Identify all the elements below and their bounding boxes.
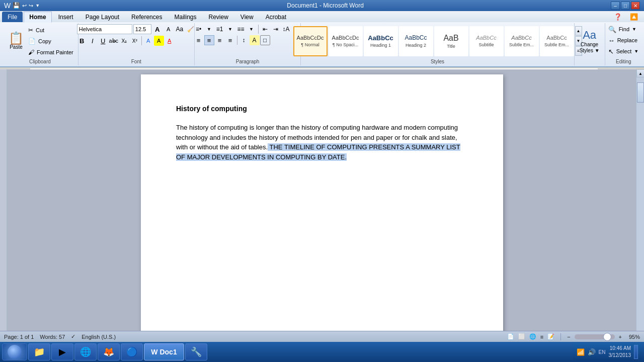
taskbar-item-media[interactable]: ▶: [51, 343, 73, 360]
replace-button[interactable]: Replace: [616, 35, 639, 45]
format-painter-button[interactable]: Format Painter: [35, 47, 75, 57]
paste-button[interactable]: 📋 Paste: [5, 26, 27, 56]
align-left-button[interactable]: ≡: [194, 35, 204, 45]
close-button[interactable]: ✕: [631, 2, 640, 10]
font-color-button[interactable]: A: [165, 36, 175, 46]
bold-button[interactable]: B: [77, 36, 87, 46]
view-print-button[interactable]: 📄: [507, 333, 514, 340]
taskbar-item-explorer[interactable]: 📁: [28, 343, 50, 360]
scroll-thumb[interactable]: [637, 82, 644, 103]
style-subtle-em1[interactable]: AaBbCc Subtle Em...: [505, 26, 539, 56]
style-heading1[interactable]: AaBbCc Heading 1: [364, 26, 398, 56]
language[interactable]: English (U.S.): [82, 334, 116, 340]
justify-button[interactable]: ≡: [225, 35, 235, 45]
change-styles-group: Aa ChangeStyles ▼ .: [575, 23, 605, 65]
start-button[interactable]: [2, 343, 27, 360]
tab-acrobat[interactable]: Acrobat: [260, 12, 292, 22]
style-subtle-em2[interactable]: AaBbCc Subtle Em...: [540, 26, 574, 56]
select-dropdown[interactable]: ▼: [634, 49, 638, 54]
find-dropdown[interactable]: ▼: [632, 27, 636, 32]
subscript-button[interactable]: X₂: [119, 36, 129, 46]
find-button[interactable]: Find: [617, 24, 631, 34]
network-icon[interactable]: 📶: [577, 348, 585, 356]
tab-home[interactable]: Home: [24, 12, 51, 23]
line-spacing-button[interactable]: ↕: [239, 35, 249, 45]
align-right-button[interactable]: ≡: [215, 35, 225, 45]
text-effects-button[interactable]: A: [143, 36, 153, 46]
taskbar-item-tool[interactable]: 🔧: [185, 343, 207, 360]
copy-icon: 📄: [28, 38, 36, 45]
zoom-out-button[interactable]: −: [567, 334, 570, 340]
scroll-up-button[interactable]: ▲: [636, 69, 644, 77]
cut-button[interactable]: Cut: [34, 25, 46, 35]
qa-undo[interactable]: ↩: [22, 3, 27, 9]
tab-references[interactable]: References: [126, 12, 168, 22]
tab-page-layout[interactable]: Page Layout: [80, 12, 125, 22]
change-case-button[interactable]: Aa: [175, 24, 185, 34]
ime-icon[interactable]: EN: [599, 349, 606, 355]
underline-button[interactable]: U: [98, 36, 108, 46]
italic-button[interactable]: I: [88, 36, 98, 46]
qa-dropdown[interactable]: ▼: [35, 3, 40, 8]
zoom-slider[interactable]: [575, 334, 615, 339]
shading-button[interactable]: A: [250, 35, 260, 45]
grow-font-button[interactable]: A: [152, 24, 163, 34]
text-highlight-button[interactable]: A: [154, 36, 164, 46]
volume-icon[interactable]: 🔊: [588, 348, 596, 356]
decrease-indent-button[interactable]: ⇤: [260, 24, 270, 34]
multilevel-dropdown[interactable]: ▼: [247, 24, 257, 34]
style-heading2[interactable]: AaBbCc Heading 2: [399, 26, 433, 56]
borders-button[interactable]: □: [260, 35, 270, 45]
spell-check-icon[interactable]: ✓: [71, 333, 75, 340]
tab-file[interactable]: File: [2, 12, 23, 22]
taskbar-item-firefox[interactable]: 🦊: [98, 343, 120, 360]
align-center-button[interactable]: ≡: [204, 35, 214, 45]
superscript-button[interactable]: X²: [130, 36, 140, 46]
shrink-font-button[interactable]: A: [164, 24, 174, 34]
clock[interactable]: 10:46 AM 3/12/2013: [609, 345, 631, 359]
sort-button[interactable]: ↕A: [281, 24, 291, 34]
view-full-screen-button[interactable]: ⬜: [518, 333, 525, 340]
tab-review[interactable]: Review: [203, 12, 233, 22]
ribbon-minimize-icon[interactable]: 🔼: [626, 12, 642, 22]
scroll-track[interactable]: [636, 77, 644, 343]
increase-indent-button[interactable]: ⇥: [271, 24, 281, 34]
taskbar-item-chrome[interactable]: 🔵: [121, 343, 143, 360]
taskbar-item-ie[interactable]: 🌐: [74, 343, 97, 360]
change-styles-button[interactable]: Aa ChangeStyles ▼: [578, 26, 602, 56]
strikethrough-button[interactable]: ab̶c: [109, 36, 119, 46]
view-draft-button[interactable]: 📝: [547, 333, 554, 340]
time-display: 10:46 AM: [609, 345, 631, 352]
help-icon[interactable]: ❓: [610, 12, 626, 22]
tab-insert[interactable]: Insert: [53, 12, 79, 22]
select-button[interactable]: Select: [615, 46, 633, 56]
minimize-button[interactable]: –: [611, 2, 620, 10]
document-page[interactable]: History of computing The history of comp…: [141, 74, 503, 351]
style-title[interactable]: AaB Title: [434, 26, 468, 56]
zoom-level[interactable]: 95%: [626, 334, 640, 340]
scrollbar-vertical[interactable]: ▲ ▼: [636, 69, 644, 351]
numbering-button[interactable]: ≡1: [215, 24, 225, 34]
status-left: Page: 1 of 1 Words: 57 ✓ English (U.S.): [4, 333, 116, 340]
show-desktop-button[interactable]: [634, 345, 638, 359]
taskbar-item-word[interactable]: W Doc1: [144, 343, 184, 360]
zoom-in-button[interactable]: +: [619, 334, 622, 340]
qa-redo[interactable]: ↪: [29, 3, 33, 9]
style-normal[interactable]: AaBbCcDc ¶ Normal: [293, 26, 328, 56]
bullets-button[interactable]: ≡•: [194, 24, 204, 34]
view-web-button[interactable]: 🌐: [529, 333, 536, 340]
style-subtitle[interactable]: AaBbCc Subtitle: [469, 26, 504, 56]
tab-view[interactable]: View: [235, 12, 259, 22]
tab-mailings[interactable]: Mailings: [169, 12, 202, 22]
qa-save[interactable]: 💾: [13, 2, 20, 9]
bullets-dropdown[interactable]: ▼: [204, 24, 214, 34]
numbering-dropdown[interactable]: ▼: [225, 24, 235, 34]
styles-label: Styles: [304, 59, 571, 64]
maximize-button[interactable]: □: [621, 2, 630, 10]
style-no-spacing[interactable]: AaBbCcDc ¶ No Spaci...: [329, 26, 363, 56]
view-outline-button[interactable]: ≡: [540, 334, 543, 340]
font-size-input[interactable]: [133, 24, 151, 34]
multilevel-button[interactable]: ≡≡: [236, 24, 246, 34]
copy-button[interactable]: Copy: [37, 36, 53, 46]
font-name-input[interactable]: [77, 24, 132, 34]
